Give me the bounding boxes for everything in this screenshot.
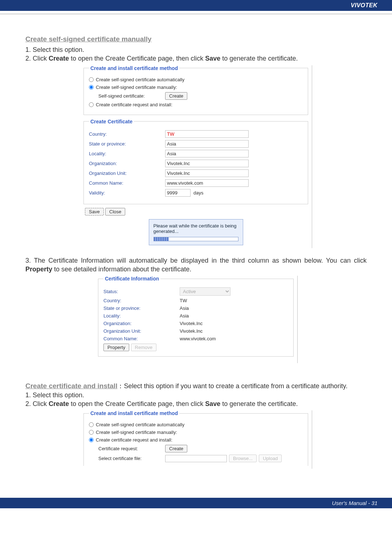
save-button[interactable]: Save xyxy=(85,208,104,216)
info-val-cn: www.vivotek.com xyxy=(180,336,288,341)
file-input[interactable] xyxy=(165,455,227,462)
property-button[interactable]: Property xyxy=(103,344,129,351)
page-footer: User's Manual - 31 xyxy=(0,498,392,508)
s2-step2-mid: to open the Create Certificate page, the… xyxy=(69,400,205,407)
legend-method-2: Create and install certificate method xyxy=(89,410,179,416)
step-2: 2. Click Create to open the Create Certi… xyxy=(25,54,367,63)
toast-generating: Please wait while the certificate is bei… xyxy=(149,219,243,245)
toast-text: Please wait while the certificate is bei… xyxy=(154,223,238,234)
create-button-2[interactable]: Create xyxy=(165,445,187,452)
row-validity: Validity: days xyxy=(89,189,303,197)
s2-step-2: 2. Click Create to open the Create Certi… xyxy=(25,399,367,408)
validity-unit: days xyxy=(193,190,203,196)
info-label-locality: Locality: xyxy=(103,313,180,319)
row-ou: Organization Unit: xyxy=(89,169,303,177)
section-heading-manual: Create self-signed certificate manually xyxy=(25,35,367,43)
row-status: Status: Active xyxy=(103,287,288,296)
info-locality: Locality: Asia xyxy=(103,313,288,319)
screenshot-request-install: Create and install certificate method Cr… xyxy=(80,410,312,469)
input-validity[interactable] xyxy=(165,189,191,197)
progress-bar xyxy=(154,237,238,241)
save-close-row: Save Close xyxy=(85,208,312,216)
screenshot-cert-info: Certificate Information Status: Active C… xyxy=(94,276,298,363)
step2-save: Save xyxy=(205,55,220,62)
row-locality: Locality: xyxy=(89,150,303,157)
radio-request-label-2: Create certificate request and install: xyxy=(96,437,172,443)
input-ou[interactable] xyxy=(165,169,249,177)
info-label-ou: Organization Unit: xyxy=(103,328,180,334)
s2-step2-save: Save xyxy=(205,400,220,407)
radio-manual-2[interactable] xyxy=(89,430,94,435)
radio-manual-row-2[interactable]: Create self-signed certificate manually: xyxy=(89,430,303,435)
row-country: Country: xyxy=(89,130,303,138)
input-state[interactable] xyxy=(165,140,249,148)
create-button[interactable]: Create xyxy=(165,92,187,100)
section2-desc: ：Select this option if you want to creat… xyxy=(117,382,347,390)
step-3: 3. The Certificate Information will auto… xyxy=(25,256,367,274)
info-ou: Organization Unit: Vivotek.Inc xyxy=(103,328,288,334)
info-val-locality: Asia xyxy=(180,313,288,319)
legend-create-cert: Create Certificate xyxy=(89,119,134,124)
fieldset-method-2: Create and install certificate method Cr… xyxy=(83,410,308,466)
s2-step2-create: Create xyxy=(49,400,69,407)
close-button[interactable]: Close xyxy=(105,208,125,216)
input-locality[interactable] xyxy=(165,150,249,157)
info-label-cn: Common Name: xyxy=(103,336,180,341)
radio-manual[interactable] xyxy=(89,85,94,90)
radio-request[interactable] xyxy=(89,102,94,107)
step2-post: to generate the certificate. xyxy=(220,55,298,62)
step3-pre: 3. The Certificate Information will auto… xyxy=(25,257,367,264)
label-country: Country: xyxy=(89,131,165,137)
info-label-state: State or province: xyxy=(103,305,180,311)
input-country[interactable] xyxy=(165,130,249,138)
radio-auto-label-2: Create self-signed certificate automatic… xyxy=(96,422,184,427)
radio-manual-row[interactable]: Create self-signed certificate manually: xyxy=(89,85,303,90)
cert-request-row: Certificate request: Create xyxy=(98,445,303,452)
footer-text: User's Manual - 31 xyxy=(332,500,377,506)
cert-request-label: Certificate request: xyxy=(98,446,165,451)
self-signed-label: Self-signed certificate: xyxy=(98,93,165,99)
upload-button[interactable]: Upload xyxy=(259,455,282,462)
label-status: Status: xyxy=(103,289,180,294)
legend-method: Create and install certificate method xyxy=(89,65,179,71)
s2-step2-pre: 2. Click xyxy=(25,400,49,407)
radio-auto-row[interactable]: Create self-signed certificate automatic… xyxy=(89,77,303,82)
input-cn[interactable] xyxy=(165,179,249,187)
s2-step2-post: to generate the certificate. xyxy=(220,400,298,407)
radio-auto[interactable] xyxy=(89,77,94,82)
radio-auto-label: Create self-signed certificate automatic… xyxy=(96,77,184,82)
radio-auto-2[interactable] xyxy=(89,422,94,427)
property-remove-row: Property Remove xyxy=(103,344,288,351)
page-header: VIVOTEK xyxy=(0,0,392,11)
info-label-org: Organization: xyxy=(103,321,180,326)
step2-create: Create xyxy=(49,55,69,62)
radio-request-2[interactable] xyxy=(89,438,94,442)
label-validity: Validity: xyxy=(89,190,165,196)
info-country: Country: TW xyxy=(103,298,288,303)
step-1: 1. Select this option. xyxy=(25,45,367,54)
brand-text: VIVOTEK xyxy=(351,2,377,8)
info-label-country: Country: xyxy=(103,298,180,303)
section-heading-install: Create certificate and install xyxy=(25,382,117,390)
radio-request-label: Create certificate request and install: xyxy=(96,102,172,107)
row-state: State or province: xyxy=(89,140,303,148)
legend-cert-info: Certificate Information xyxy=(103,276,160,282)
radio-auto-row-2[interactable]: Create self-signed certificate automatic… xyxy=(89,422,303,427)
row-cn: Common Name: xyxy=(89,179,303,187)
label-state: State or province: xyxy=(89,141,165,147)
radio-manual-label-2: Create self-signed certificate manually: xyxy=(96,430,177,435)
fieldset-cert-info: Certificate Information Status: Active C… xyxy=(98,276,294,357)
info-val-org: Vivotek.Inc xyxy=(180,321,288,326)
step3-post: to see detailed information about the ce… xyxy=(52,266,191,273)
select-file-row: Select certificate file: Browse... Uploa… xyxy=(98,455,303,462)
input-org[interactable] xyxy=(165,160,249,167)
step3-property: Property xyxy=(25,266,52,273)
label-locality: Locality: xyxy=(89,151,165,156)
page-body: Create self-signed certificate manually … xyxy=(0,14,392,480)
label-org: Organization: xyxy=(89,161,165,166)
step2-mid: to open the Create Certificate page, the… xyxy=(69,55,205,62)
radio-request-row-2[interactable]: Create certificate request and install: xyxy=(89,437,303,443)
browse-button[interactable]: Browse... xyxy=(229,455,257,462)
radio-request-row[interactable]: Create certificate request and install: xyxy=(89,102,303,107)
fieldset-create-cert: Create Certificate Country: State or pro… xyxy=(83,119,308,204)
